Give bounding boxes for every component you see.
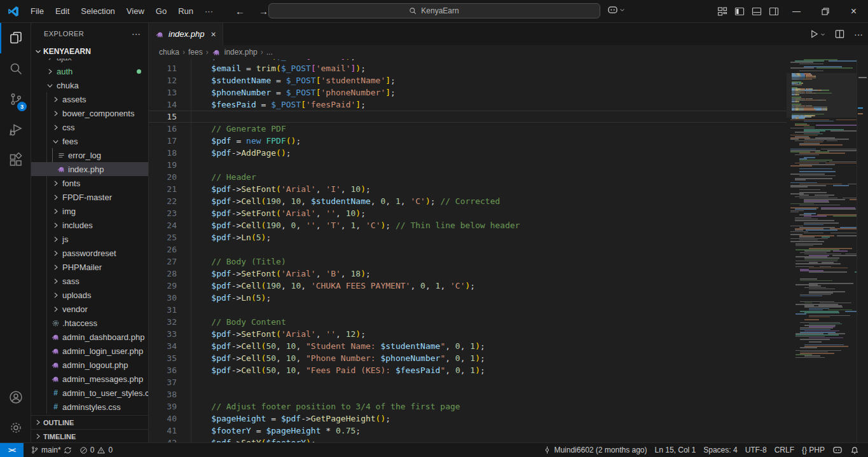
tree-item-vendor[interactable]: vendor xyxy=(31,302,148,316)
code-line-41[interactable]: 41 $footerY = $pageHeight * 0.75; xyxy=(149,425,787,437)
tree-item-includes[interactable]: includes xyxy=(31,218,148,232)
code-line-38[interactable]: 38 xyxy=(149,388,787,400)
section-outline[interactable]: OUTLINE xyxy=(31,415,148,429)
code-line-27[interactable]: 27 // Body (Title) xyxy=(149,256,787,268)
menu-view[interactable]: View xyxy=(121,0,150,22)
split-editor-icon[interactable] xyxy=(835,29,844,39)
tree-item-admin_messages.php[interactable]: admin_messages.php xyxy=(31,372,148,386)
eol-item[interactable]: CRLF xyxy=(771,443,798,457)
tree-item-admin_dashboard.php[interactable]: admin_dashboard.php xyxy=(31,330,148,344)
restore-button[interactable] xyxy=(811,0,839,22)
code-line-25[interactable]: 25 $pdf->Ln(5); xyxy=(149,231,787,243)
tree-item-fees[interactable]: fees xyxy=(31,134,148,148)
git-blame-item[interactable]: Muindi6602 (2 months ago) xyxy=(539,443,651,457)
code-line-19[interactable]: 19 xyxy=(149,159,787,171)
notifications-bell-icon[interactable] xyxy=(846,443,863,457)
code-line-28[interactable]: 28 $pdf->SetFont('Arial', 'B', 18); xyxy=(149,268,787,280)
code-line-24[interactable]: 24 $pdf->Cell(190, 0, '', 'T', 1, 'C'); … xyxy=(149,219,787,231)
code-line-33[interactable]: 33 $pdf->SetFont('Arial', '', 12); xyxy=(149,328,787,340)
tree-item-sass[interactable]: sass xyxy=(31,274,148,288)
remote-indicator[interactable]: >< xyxy=(0,443,24,457)
code-line-18[interactable]: 18 $pdf->AddPage(); xyxy=(149,147,787,159)
code-editor[interactable]: 10 $name = trim($_POST['name']);11 $emai… xyxy=(149,59,868,443)
run-debug-icon[interactable] xyxy=(0,114,31,145)
tree-item-css[interactable]: css xyxy=(31,120,148,134)
code-line-22[interactable]: 22 $pdf->Cell(190, 10, $studentName, 0, … xyxy=(149,195,787,207)
tree-item-chuka[interactable]: chuka xyxy=(31,78,148,92)
settings-gear-icon[interactable] xyxy=(0,413,31,443)
tree-item-error_log[interactable]: error_log xyxy=(31,148,148,162)
code-line-23[interactable]: 23 $pdf->SetFont('Arial', '', 10); xyxy=(149,207,787,219)
tree-item-admin_logout.php[interactable]: admin_logout.php xyxy=(31,358,148,372)
copilot-status-icon[interactable] xyxy=(829,443,846,457)
tree-item-.htaccess[interactable]: .htaccess xyxy=(31,316,148,330)
code-line-40[interactable]: 40 $pageHeight = $pdf->GetPageHeight(); xyxy=(149,413,787,425)
close-tab-icon[interactable]: × xyxy=(210,29,216,39)
tree-item-img[interactable]: img xyxy=(31,204,148,218)
code-line-31[interactable]: 31 xyxy=(149,304,787,316)
explorer-icon[interactable] xyxy=(0,23,31,53)
back-button[interactable]: ← xyxy=(235,6,245,17)
menu-overflow[interactable]: ··· xyxy=(199,0,219,22)
copilot-menu[interactable] xyxy=(607,5,625,15)
source-control-icon[interactable]: 3 xyxy=(0,84,31,114)
code-line-20[interactable]: 20 // Header xyxy=(149,171,787,183)
menu-file[interactable]: File xyxy=(25,0,50,22)
code-line-11[interactable]: 11 $email = trim($_POST['email']); xyxy=(149,62,787,74)
toggle-primary-sidebar-icon[interactable] xyxy=(731,0,748,22)
code-line-30[interactable]: 30 $pdf->Ln(5); xyxy=(149,292,787,304)
tree-item-fonts[interactable]: fonts xyxy=(31,176,148,190)
minimap[interactable] xyxy=(787,59,857,443)
cursor-position-item[interactable]: Ln 15, Col 1 xyxy=(651,443,700,457)
toggle-secondary-sidebar-icon[interactable] xyxy=(765,0,782,22)
code-line-35[interactable]: 35 $pdf->Cell(50, 10, "Phone Number: $ph… xyxy=(149,352,787,364)
search-view-icon[interactable] xyxy=(0,53,31,84)
extensions-icon[interactable] xyxy=(0,145,31,175)
menu-selection[interactable]: Selection xyxy=(75,0,120,22)
menu-run[interactable]: Run xyxy=(172,0,199,22)
language-mode-item[interactable]: {} PHP xyxy=(798,443,829,457)
tree-root-kenyaearn[interactable]: KENYAEARN xyxy=(31,44,148,58)
breadcrumb-chuka[interactable]: chuka xyxy=(159,48,179,57)
tree-item-adminstyles.css[interactable]: #adminstyles.css xyxy=(31,400,148,414)
menu-go[interactable]: Go xyxy=(150,0,172,22)
code-line-39[interactable]: 39 // Adjust footer position to 3/4 of t… xyxy=(149,400,787,413)
tree-item-assets[interactable]: assets xyxy=(31,92,148,106)
toggle-panel-icon[interactable] xyxy=(748,0,765,22)
command-center-search[interactable]: KenyaEarn xyxy=(268,3,600,18)
breadcrumb-fees[interactable]: fees xyxy=(188,48,203,57)
tree-item-PHPMailer[interactable]: PHPMailer xyxy=(31,260,148,274)
code-line-26[interactable]: 26 xyxy=(149,243,787,256)
code-line-14[interactable]: 14 $feesPaid = $_POST['feesPaid']; xyxy=(149,99,787,111)
code-line-34[interactable]: 34 $pdf->Cell(50, 10, "Student Name: $st… xyxy=(149,340,787,352)
tree-item-auth[interactable]: auth xyxy=(31,64,148,78)
more-actions-icon[interactable]: ··· xyxy=(854,29,863,39)
tree-item-admin_to_user_styles.css[interactable]: #admin_to_user_styles.css xyxy=(31,386,148,400)
tree-item-uploads[interactable]: uploads xyxy=(31,288,148,302)
code-line-17[interactable]: 17 $pdf = new FPDF(); xyxy=(149,135,787,147)
tree-item-FPDF-master[interactable]: FPDF-master xyxy=(31,190,148,204)
menu-edit[interactable]: Edit xyxy=(50,0,75,22)
code-line-29[interactable]: 29 $pdf->Cell(190, 10, 'CHUKA FEES PAYME… xyxy=(149,280,787,292)
breadcrumb-file[interactable]: index.php xyxy=(224,48,258,57)
tree-item-admin_login_user.php[interactable]: admin_login_user.php xyxy=(31,344,148,358)
section-timeline[interactable]: TIMELINE xyxy=(31,429,148,443)
git-branch-item[interactable]: main* xyxy=(27,443,76,457)
code-line-32[interactable]: 32 // Body Content xyxy=(149,316,787,328)
tab-index-php[interactable]: index.php × xyxy=(149,23,223,45)
overview-ruler[interactable] xyxy=(857,59,868,443)
code-line-16[interactable]: 16 // Generate PDF xyxy=(149,123,787,135)
run-code-button[interactable] xyxy=(809,29,825,39)
close-window-button[interactable]: × xyxy=(839,0,868,22)
tree-item-passwordreset[interactable]: passwordreset xyxy=(31,246,148,260)
code-line-13[interactable]: 13 $phoneNumber = $_POST['phoneNumber']; xyxy=(149,86,787,99)
account-icon[interactable] xyxy=(0,382,31,413)
tree-item-index.php[interactable]: index.php xyxy=(31,162,148,176)
code-line-36[interactable]: 36 $pdf->Cell(50, 10, "Fees Paid (KES): … xyxy=(149,364,787,376)
customize-layout-icon[interactable] xyxy=(713,0,731,22)
code-line-12[interactable]: 12 $studentName = $_POST['studentName']; xyxy=(149,74,787,86)
problems-item[interactable]: 0 0 xyxy=(76,443,116,457)
indentation-item[interactable]: Spaces: 4 xyxy=(699,443,741,457)
tree-item-js[interactable]: js xyxy=(31,232,148,246)
tree-item-bower_components[interactable]: bower_components xyxy=(31,106,148,120)
